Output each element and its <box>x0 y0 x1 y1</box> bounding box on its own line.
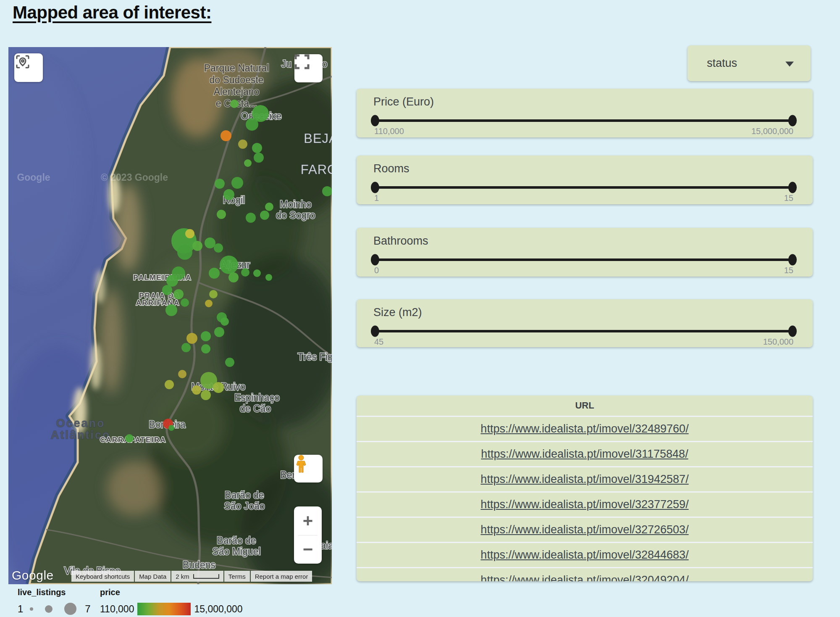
listing-point[interactable] <box>238 140 247 149</box>
rooms-slider-handle-min[interactable] <box>371 182 379 193</box>
listing-point[interactable] <box>231 177 243 189</box>
listing-point[interactable] <box>166 275 178 287</box>
zoom-out-button[interactable]: − <box>294 535 322 564</box>
listing-point[interactable] <box>165 380 174 389</box>
size-legend-title: live_listings <box>18 588 91 597</box>
price-slider-track[interactable] <box>374 119 793 122</box>
rooms-slider-handle-max[interactable] <box>788 182 797 193</box>
map-attribution: Keyboard shortcuts Map Data 2 km Terms R… <box>71 571 332 582</box>
listing-point[interactable] <box>220 256 238 274</box>
bathrooms-slider-track[interactable] <box>374 258 793 261</box>
listing-point[interactable] <box>168 425 174 431</box>
table-row: https://www.idealista.pt/imovel/31942587… <box>357 466 813 491</box>
size-slider-handle-max[interactable] <box>788 326 797 337</box>
listing-point[interactable] <box>254 153 264 163</box>
report-map-error-link[interactable]: Report a map error <box>251 571 312 582</box>
listing-link[interactable]: https://www.idealista.pt/imovel/32726503… <box>480 523 688 536</box>
listing-point[interactable] <box>181 298 189 307</box>
listing-point[interactable] <box>246 118 258 131</box>
fullscreen-button[interactable] <box>294 54 323 82</box>
page-title: Mapped area of interest: <box>13 3 211 23</box>
map-label: Moinho <box>280 199 311 210</box>
listing-point[interactable] <box>181 343 191 352</box>
listing-point[interactable] <box>165 304 177 316</box>
rooms-slider-track[interactable] <box>374 186 793 189</box>
bathrooms-slider-handle-max[interactable] <box>788 254 797 266</box>
table-row: https://www.idealista.pt/imovel/32489760… <box>357 416 813 441</box>
listing-point[interactable] <box>209 290 218 298</box>
bathrooms-slider-label: Bathrooms <box>373 235 813 248</box>
price-gradient-bar <box>137 603 191 615</box>
map-data-link[interactable]: Map Data <box>135 571 171 582</box>
listing-point[interactable] <box>214 243 223 253</box>
map-label: o <box>322 58 328 69</box>
listing-point[interactable] <box>265 203 273 211</box>
listing-point[interactable] <box>125 434 134 443</box>
size-dot-large <box>64 603 76 615</box>
pegman-button[interactable] <box>294 455 323 483</box>
listing-point[interactable] <box>177 245 192 260</box>
listing-link[interactable]: https://www.idealista.pt/imovel/32489760… <box>480 422 688 435</box>
listing-point[interactable] <box>201 390 211 400</box>
listing-point[interactable] <box>228 272 239 282</box>
listing-point[interactable] <box>244 159 252 167</box>
zoom-in-button[interactable]: + <box>294 506 322 535</box>
listing-point[interactable] <box>173 289 184 299</box>
listing-point[interactable] <box>223 189 234 200</box>
table-row: https://www.idealista.pt/imovel/32049204… <box>357 567 813 581</box>
listing-point[interactable] <box>205 300 213 307</box>
price-legend-max: 15,000,000 <box>194 604 242 615</box>
listing-point[interactable] <box>192 385 201 395</box>
listing-point[interactable] <box>215 179 225 189</box>
listing-link[interactable]: https://www.idealista.pt/imovel/32377259… <box>480 498 688 511</box>
listing-point[interactable] <box>230 100 239 108</box>
status-dropdown[interactable]: status <box>688 45 811 81</box>
rooms-max-label: 15 <box>784 193 793 203</box>
listing-point[interactable] <box>201 331 211 341</box>
listing-point[interactable] <box>217 210 226 219</box>
size-slider-handle-min[interactable] <box>371 326 379 337</box>
map-label: São João <box>224 501 265 512</box>
bathrooms-slider-handle-min[interactable] <box>371 254 379 266</box>
locate-button[interactable] <box>14 53 43 82</box>
listing-point[interactable] <box>225 358 234 367</box>
price-slider-handle-max[interactable] <box>788 115 797 127</box>
listing-point[interactable] <box>162 285 172 295</box>
listing-link[interactable]: https://www.idealista.pt/imovel/31942587… <box>480 473 688 486</box>
map-label: Budens <box>183 559 215 570</box>
listing-point[interactable] <box>265 274 272 281</box>
listing-point[interactable] <box>185 229 194 238</box>
scale-label: 2 km <box>176 573 189 580</box>
table-row: https://www.idealista.pt/imovel/31175848… <box>357 441 813 466</box>
listing-point[interactable] <box>186 333 197 344</box>
listing-point[interactable] <box>205 237 215 248</box>
size-slider-track[interactable] <box>374 330 793 332</box>
listing-link[interactable]: https://www.idealista.pt/imovel/31175848… <box>481 448 688 461</box>
map-canvas[interactable]: Parque Naturaldo SudoesteAlentejanoe Cos… <box>8 47 332 584</box>
listing-point[interactable] <box>252 143 262 153</box>
listing-point[interactable] <box>220 317 229 326</box>
listing-point[interactable] <box>246 213 256 223</box>
keyboard-shortcuts-link[interactable]: Keyboard shortcuts <box>71 571 134 582</box>
pegman-icon <box>294 455 308 473</box>
listing-link[interactable]: https://www.idealista.pt/imovel/32049204… <box>480 574 688 581</box>
size-legend-min: 1 <box>18 603 23 615</box>
map-label: BEJA <box>304 131 332 146</box>
google-logo[interactable]: Google <box>12 568 54 583</box>
price-slider-label: Price (Euro) <box>373 95 813 108</box>
listing-point[interactable] <box>214 327 224 337</box>
price-slider-handle-min[interactable] <box>371 115 379 127</box>
listing-link[interactable]: https://www.idealista.pt/imovel/32844683… <box>480 548 688 562</box>
map[interactable]: Parque Naturaldo SudoesteAlentejanoe Cos… <box>8 47 332 584</box>
listing-point[interactable] <box>220 130 231 141</box>
listing-point[interactable] <box>192 241 202 251</box>
listing-point[interactable] <box>201 344 210 353</box>
listing-point[interactable] <box>241 268 249 277</box>
listing-point[interactable] <box>209 268 220 279</box>
listing-point[interactable] <box>213 382 224 393</box>
listing-point[interactable] <box>260 211 269 220</box>
listing-point[interactable] <box>322 186 332 196</box>
listing-point[interactable] <box>253 269 261 277</box>
listing-point[interactable] <box>178 370 186 378</box>
terms-link[interactable]: Terms <box>224 571 250 582</box>
